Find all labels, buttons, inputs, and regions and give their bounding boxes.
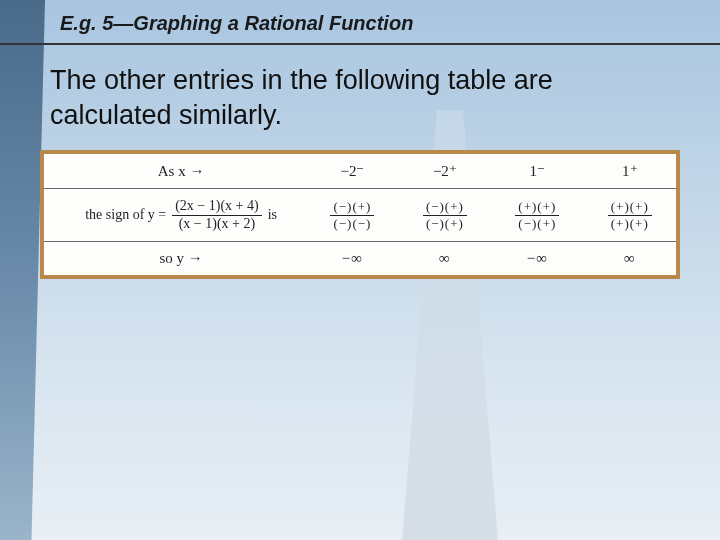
slide-title: E.g. 5—Graphing a Rational Function [60,12,720,35]
row1-val-2: 1⁻ [491,154,583,189]
body-paragraph: The other entries in the following table… [0,57,720,150]
rational-formula: (2x − 1)(x + 4) (x − 1)(x + 2) [172,199,261,231]
row1-val-1: −2⁺ [399,154,491,189]
table-row: the sign of y = (2x − 1)(x + 4) (x − 1)(… [44,189,676,242]
slide-header: E.g. 5—Graphing a Rational Function [0,0,720,45]
row2-sign-3: (+)(+)(+)(+) [584,189,676,242]
sign-suffix: is [268,207,277,223]
row1-val-3: 1⁺ [584,154,676,189]
row2-label: the sign of y = (2x − 1)(x + 4) (x − 1)(… [44,189,306,242]
table: As x → −2⁻ −2⁺ 1⁻ 1⁺ the sign of y = (2x… [44,154,676,275]
row3-label: so y → [44,242,306,276]
sign-prefix: the sign of y = [85,207,166,223]
row3-val-0: −∞ [306,242,398,276]
as-x-label: As x → [158,163,205,179]
formula-denominator: (x − 1)(x + 2) [172,216,261,232]
row1-label: As x → [44,154,306,189]
row3-val-1: ∞ [399,242,491,276]
row3-val-3: ∞ [584,242,676,276]
row3-val-2: −∞ [491,242,583,276]
row2-sign-2: (+)(+)(−)(+) [491,189,583,242]
sign-analysis-table: As x → −2⁻ −2⁺ 1⁻ 1⁺ the sign of y = (2x… [40,150,680,279]
row1-val-0: −2⁻ [306,154,398,189]
table-row: so y → −∞ ∞ −∞ ∞ [44,242,676,276]
row2-sign-1: (−)(+)(−)(+) [399,189,491,242]
row2-sign-0: (−)(+)(−)(−) [306,189,398,242]
table-row: As x → −2⁻ −2⁺ 1⁻ 1⁺ [44,154,676,189]
formula-numerator: (2x − 1)(x + 4) [172,199,261,216]
